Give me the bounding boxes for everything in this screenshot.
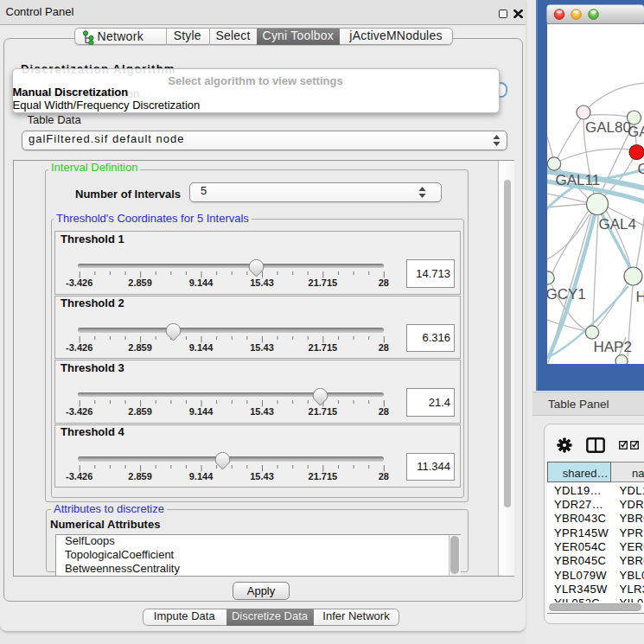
svg-text:GAL4: GAL4	[599, 216, 636, 233]
svg-text:HAP2: HAP2	[594, 339, 632, 355]
svg-text:GCY1: GCY1	[546, 286, 586, 303]
svg-text:H: H	[636, 289, 644, 305]
svg-text:GAL80: GAL80	[585, 119, 631, 136]
svg-text:GA: GA	[628, 124, 644, 140]
svg-text:GAL11: GAL11	[556, 172, 601, 188]
svg-text:C: C	[638, 161, 644, 177]
